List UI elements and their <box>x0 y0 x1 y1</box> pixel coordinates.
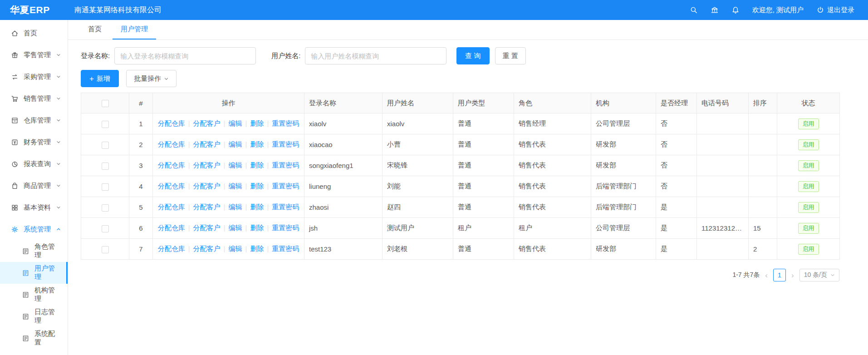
tab-user-management[interactable]: 用户管理 <box>113 20 156 39</box>
sidebar-item-reports[interactable]: 报表查询 <box>0 153 68 175</box>
welcome-text: 欢迎您, 测试用户 <box>752 6 804 15</box>
sidebar-item-label: 用户管理 <box>34 264 60 281</box>
sidebar-item-retail[interactable]: 零售管理 <box>0 44 68 66</box>
sidebar-item-home[interactable]: 首页 <box>0 22 68 44</box>
search-icon[interactable] <box>690 6 698 14</box>
sidebar-item-roles[interactable]: 角色管理 <box>0 240 68 262</box>
cell-actions: 分配仓库|分配客户|编辑|删除|重置密码 <box>153 176 304 197</box>
cell-user-type: 普通 <box>453 197 514 218</box>
action-link-4[interactable]: 重置密码 <box>272 245 299 252</box>
sidebar-item-goods[interactable]: 商品管理 <box>0 175 68 197</box>
cell-sort: 2 <box>749 239 777 260</box>
sync-arrows-icon <box>11 73 19 81</box>
row-checkbox[interactable] <box>102 163 109 170</box>
row-checkbox[interactable] <box>102 225 109 232</box>
cell-status: 启用 <box>777 155 840 176</box>
action-separator: | <box>188 140 190 148</box>
add-button[interactable]: + 新增 <box>81 70 119 87</box>
action-link-2[interactable]: 编辑 <box>229 203 242 211</box>
sidebar-item-users[interactable]: 用户管理 <box>0 262 68 284</box>
action-link-2[interactable]: 编辑 <box>229 245 242 252</box>
action-separator: | <box>245 203 247 211</box>
batch-actions-button[interactable]: 批量操作 <box>126 70 177 87</box>
action-link-4[interactable]: 重置密码 <box>272 140 299 148</box>
action-link-4[interactable]: 重置密码 <box>272 182 299 190</box>
row-checkbox[interactable] <box>102 142 109 149</box>
bank-icon[interactable] <box>711 6 719 14</box>
sidebar-item-logs[interactable]: 日志管理 <box>0 306 68 327</box>
next-page-button[interactable]: › <box>791 271 794 279</box>
sidebar-item-basic-data[interactable]: 基本资料 <box>0 197 68 218</box>
action-link-0[interactable]: 分配仓库 <box>158 182 185 190</box>
action-link-1[interactable]: 分配客户 <box>193 140 221 148</box>
action-link-3[interactable]: 删除 <box>250 182 264 190</box>
action-link-3[interactable]: 删除 <box>250 224 264 232</box>
action-link-3[interactable]: 删除 <box>250 119 264 127</box>
action-link-2[interactable]: 编辑 <box>229 182 242 190</box>
action-link-3[interactable]: 删除 <box>250 140 264 148</box>
action-separator: | <box>188 119 190 127</box>
action-link-4[interactable]: 重置密码 <box>272 119 299 127</box>
action-link-0[interactable]: 分配仓库 <box>158 224 185 232</box>
prev-page-button[interactable]: ‹ <box>765 271 768 279</box>
header-status: 状态 <box>777 93 840 113</box>
select-all-checkbox[interactable] <box>102 100 109 107</box>
row-checkbox[interactable] <box>102 204 109 212</box>
row-checkbox[interactable] <box>102 246 109 253</box>
sidebar-item-organizations[interactable]: 机构管理 <box>0 284 68 306</box>
cell-phone <box>697 134 749 155</box>
action-link-0[interactable]: 分配仓库 <box>158 245 185 252</box>
action-link-3[interactable]: 删除 <box>250 161 264 169</box>
tab-home[interactable]: 首页 <box>80 20 110 39</box>
header-sort: 排序 <box>749 93 777 113</box>
header-actions: 操作 <box>153 93 304 113</box>
action-link-0[interactable]: 分配仓库 <box>158 140 185 148</box>
action-link-2[interactable]: 编辑 <box>229 140 242 148</box>
page-number-button[interactable]: 1 <box>773 269 786 281</box>
action-link-4[interactable]: 重置密码 <box>272 224 299 232</box>
reset-button[interactable]: 重 置 <box>495 47 526 64</box>
page-size-select[interactable]: 10 条/页 <box>799 269 839 281</box>
action-link-1[interactable]: 分配客户 <box>193 245 221 252</box>
action-link-1[interactable]: 分配客户 <box>193 119 221 127</box>
action-link-1[interactable]: 分配客户 <box>193 203 221 211</box>
action-link-2[interactable]: 编辑 <box>229 161 242 169</box>
sidebar-item-finance[interactable]: 财务管理 <box>0 131 68 153</box>
action-link-0[interactable]: 分配仓库 <box>158 161 185 169</box>
bell-icon[interactable] <box>731 6 740 14</box>
row-checkbox[interactable] <box>102 183 109 191</box>
chevron-down-icon <box>56 74 61 79</box>
cell-user-type: 普通 <box>453 113 514 134</box>
action-link-2[interactable]: 编辑 <box>229 119 242 127</box>
logout-button[interactable]: 退出登录 <box>816 6 854 15</box>
row-checkbox[interactable] <box>102 121 109 128</box>
sidebar-item-warehouse[interactable]: 仓库管理 <box>0 109 68 131</box>
users-table: # 操作 登录名称 用户姓名 用户类型 角色 机构 是否经理 电话号码 排序 状… <box>81 93 840 260</box>
action-link-4[interactable]: 重置密码 <box>272 203 299 211</box>
action-link-3[interactable]: 删除 <box>250 245 264 252</box>
action-separator: | <box>224 224 226 232</box>
action-link-2[interactable]: 编辑 <box>229 224 242 232</box>
cell-user-name: 小曹 <box>383 134 453 155</box>
user-name-input[interactable] <box>305 47 446 64</box>
action-link-4[interactable]: 重置密码 <box>272 161 299 169</box>
action-link-3[interactable]: 删除 <box>250 203 264 211</box>
header-phone: 电话号码 <box>697 93 749 113</box>
action-link-1[interactable]: 分配客户 <box>193 161 221 169</box>
chevron-down-icon <box>56 161 61 167</box>
sidebar-item-system[interactable]: 系统管理 <box>0 218 68 240</box>
search-button[interactable]: 查 询 <box>456 47 489 64</box>
sidebar-item-system-config[interactable]: 系统配置 <box>0 327 68 349</box>
action-link-0[interactable]: 分配仓库 <box>158 203 185 211</box>
action-link-1[interactable]: 分配客户 <box>193 224 221 232</box>
top-bar: 华夏ERP 南通某某网络科技有限公司 欢迎您, 测试用户 退出登录 <box>0 0 868 20</box>
action-link-0[interactable]: 分配仓库 <box>158 119 185 127</box>
chevron-down-icon <box>830 273 835 277</box>
sidebar-item-sales[interactable]: 销售管理 <box>0 88 68 109</box>
cell-role: 租户 <box>514 218 591 239</box>
chevron-down-icon <box>56 183 61 188</box>
action-link-1[interactable]: 分配客户 <box>193 182 221 190</box>
cell-role: 销售代表 <box>514 176 591 197</box>
login-name-input[interactable] <box>114 47 256 64</box>
sidebar-item-purchase[interactable]: 采购管理 <box>0 66 68 88</box>
